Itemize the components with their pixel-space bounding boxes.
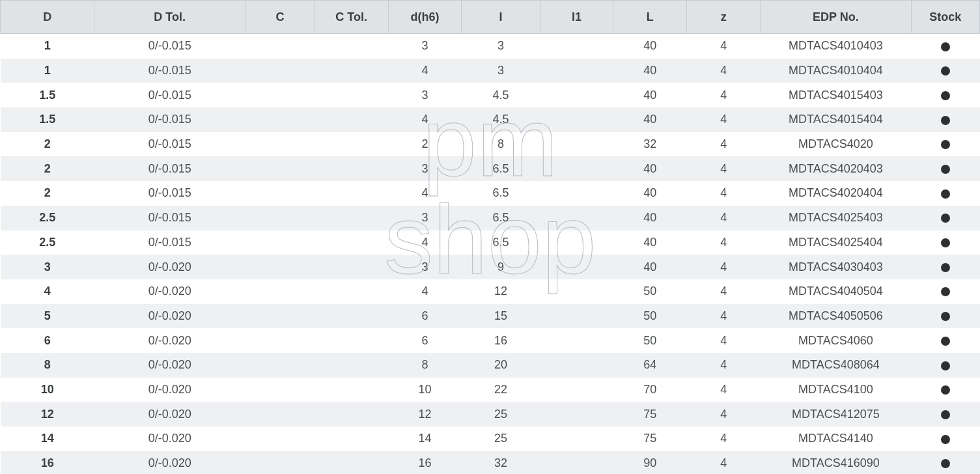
cell-CT	[315, 83, 388, 107]
cell-dh6: 8	[388, 353, 462, 378]
cell-CT	[315, 230, 388, 255]
table-row: 60/-0.020616504MDTACS4060	[1, 328, 980, 353]
cell-I1	[540, 34, 613, 59]
table-row: 1.50/-0.01534.5404MDTACS4015403	[1, 83, 980, 107]
col-header-dh6: d(h6)	[388, 1, 462, 34]
cell-dh6: 3	[388, 156, 462, 181]
cell-Stk	[911, 353, 979, 378]
cell-z: 4	[687, 378, 761, 402]
table-row: 50/-0.020615504MDTACS4050506	[1, 304, 980, 329]
stock-dot-icon	[941, 337, 950, 346]
cell-dh6: 10	[388, 378, 462, 402]
cell-DT: 0/-0.020	[94, 304, 245, 329]
cell-Stk	[911, 230, 979, 255]
cell-C	[245, 132, 315, 157]
stock-dot-icon	[941, 385, 950, 395]
cell-Stk	[911, 304, 979, 329]
cell-z: 4	[687, 107, 761, 132]
cell-DT: 0/-0.020	[94, 426, 245, 451]
cell-C	[245, 107, 315, 132]
stock-dot-icon	[941, 214, 950, 223]
cell-z: 4	[687, 59, 761, 83]
table-row: 20/-0.01528324MDTACS4020	[1, 132, 980, 157]
cell-z: 4	[687, 132, 761, 157]
cell-dh6: 6	[388, 328, 462, 353]
cell-Stk	[911, 59, 979, 83]
cell-z: 4	[687, 353, 761, 378]
cell-D: 14	[1, 426, 94, 451]
cell-CT	[315, 328, 388, 353]
cell-C	[245, 451, 315, 474]
cell-EDP: MDTACS4050506	[761, 304, 912, 329]
cell-DT: 0/-0.015	[94, 181, 245, 206]
cell-EDP: MDTACS408064	[761, 353, 912, 378]
cell-I: 6.5	[462, 156, 540, 181]
table-row: 160/-0.0201632904MDTACS416090	[1, 451, 980, 474]
cell-C	[245, 304, 315, 329]
table-row: 30/-0.02039404MDTACS4030403	[1, 255, 980, 279]
cell-I1	[540, 426, 613, 451]
cell-z: 4	[687, 156, 761, 181]
cell-I: 25	[462, 426, 540, 451]
cell-DT: 0/-0.015	[94, 83, 245, 107]
cell-Stk	[911, 426, 979, 451]
cell-I: 6.5	[462, 181, 540, 206]
cell-DT: 0/-0.015	[94, 156, 245, 181]
table-row: 80/-0.020820644MDTACS408064	[1, 353, 980, 378]
table-row: 10/-0.01533404MDTACS4010403	[1, 34, 980, 59]
cell-CT	[315, 353, 388, 378]
cell-z: 4	[687, 402, 761, 426]
cell-D: 8	[1, 353, 94, 378]
cell-C	[245, 353, 315, 378]
cell-L: 50	[613, 328, 687, 353]
cell-I: 4.5	[462, 83, 540, 107]
cell-DT: 0/-0.020	[94, 402, 245, 426]
cell-D: 3	[1, 255, 94, 279]
stock-dot-icon	[941, 410, 950, 419]
cell-DT: 0/-0.020	[94, 255, 245, 279]
cell-L: 40	[613, 59, 687, 83]
table-row: 100/-0.0201022704MDTACS4100	[1, 378, 980, 402]
cell-C	[245, 181, 315, 206]
cell-z: 4	[687, 206, 761, 230]
cell-I: 15	[462, 304, 540, 329]
cell-D: 1.5	[1, 83, 94, 107]
cell-z: 4	[687, 181, 761, 206]
cell-I1	[540, 451, 613, 474]
stock-dot-icon	[941, 140, 950, 149]
cell-D: 1.5	[1, 107, 94, 132]
cell-EDP: MDTACS416090	[761, 451, 912, 474]
stock-dot-icon	[941, 189, 950, 199]
cell-dh6: 2	[388, 132, 462, 157]
cell-DT: 0/-0.015	[94, 206, 245, 230]
table-row: 10/-0.01543404MDTACS4010404	[1, 59, 980, 83]
col-header-CT: C Tol.	[315, 1, 388, 34]
cell-L: 40	[613, 255, 687, 279]
cell-I1	[540, 353, 613, 378]
stock-dot-icon	[941, 42, 950, 51]
cell-I1	[540, 181, 613, 206]
cell-z: 4	[687, 255, 761, 279]
cell-EDP: MDTACS4030403	[761, 255, 912, 279]
cell-D: 12	[1, 402, 94, 426]
cell-I: 22	[462, 378, 540, 402]
cell-EDP: MDTACS4020404	[761, 181, 912, 206]
stock-dot-icon	[941, 459, 950, 468]
cell-Stk	[911, 34, 979, 59]
cell-z: 4	[687, 83, 761, 107]
cell-L: 75	[613, 426, 687, 451]
table-row: 120/-0.0201225754MDTACS412075	[1, 402, 980, 426]
cell-I: 3	[462, 59, 540, 83]
cell-z: 4	[687, 451, 761, 474]
cell-I1	[540, 279, 613, 304]
cell-CT	[315, 255, 388, 279]
cell-L: 50	[613, 304, 687, 329]
stock-dot-icon	[941, 91, 950, 100]
cell-C	[245, 206, 315, 230]
cell-Stk	[911, 206, 979, 230]
cell-CT	[315, 156, 388, 181]
cell-L: 70	[613, 378, 687, 402]
cell-I: 32	[462, 451, 540, 474]
cell-z: 4	[687, 304, 761, 329]
cell-dh6: 4	[388, 107, 462, 132]
